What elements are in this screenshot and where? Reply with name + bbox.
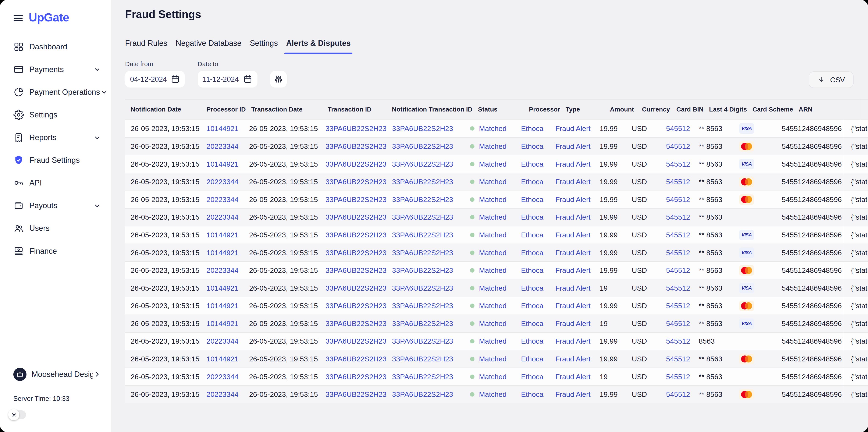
transaction_id-link[interactable]: 33PA6UB22S2H23 [326,337,386,345]
processor-link[interactable]: Ethoca [521,266,544,275]
status-link[interactable]: Matched [479,355,506,363]
tab-alerts-disputes[interactable]: Alerts & Disputes [286,39,351,54]
notification_transaction_id-link[interactable]: 33PA6UB22S2H23 [392,142,453,151]
transaction_id-link[interactable]: 33PA6UB22S2H23 [326,284,386,292]
theme-toggle[interactable] [9,410,26,419]
processor_id-link[interactable]: 20223344 [207,195,239,204]
transaction_id-link[interactable]: 33PA6UB22S2H23 [326,124,386,133]
status-link[interactable]: Matched [479,195,506,204]
transaction_id-link[interactable]: 33PA6UB22S2H23 [326,142,386,151]
type-link[interactable]: Fraud Alert [555,142,591,151]
transaction_id-link[interactable]: 33PA6UB22S2H23 [326,249,386,257]
processor-link[interactable]: Ethoca [521,160,544,168]
transaction_id-link[interactable]: 33PA6UB22S2H23 [326,266,386,275]
card_bin-link[interactable]: 545512 [666,231,690,239]
notification_transaction_id-link[interactable]: 33PA6UB22S2H23 [392,249,453,257]
processor-link[interactable]: Ethoca [521,284,544,292]
status-link[interactable]: Matched [479,124,506,133]
transaction_id-link[interactable]: 33PA6UB22S2H23 [326,195,386,204]
type-link[interactable]: Fraud Alert [555,337,591,345]
card_bin-link[interactable]: 545512 [666,390,690,399]
processor_id-link[interactable]: 20223344 [207,178,239,186]
status-link[interactable]: Matched [479,266,506,275]
card_bin-link[interactable]: 545512 [666,249,690,257]
notification_transaction_id-link[interactable]: 33PA6UB22S2H23 [392,124,453,133]
processor-link[interactable]: Ethoca [521,302,544,310]
type-link[interactable]: Fraud Alert [555,124,591,133]
processor_id-link[interactable]: 10144921 [207,249,239,257]
type-link[interactable]: Fraud Alert [555,284,591,292]
transaction_id-link[interactable]: 33PA6UB22S2H23 [326,302,386,310]
transaction_id-link[interactable]: 33PA6UB22S2H23 [326,231,386,239]
processor_id-link[interactable]: 10144921 [207,160,239,168]
transaction_id-link[interactable]: 33PA6UB22S2H23 [326,319,386,328]
processor-link[interactable]: Ethoca [521,213,544,221]
status-link[interactable]: Matched [479,213,506,221]
processor-link[interactable]: Ethoca [521,355,544,363]
notification_transaction_id-link[interactable]: 33PA6UB22S2H23 [392,373,453,381]
processor_id-link[interactable]: 20223344 [207,142,239,151]
transaction_id-link[interactable]: 33PA6UB22S2H23 [326,178,386,186]
status-link[interactable]: Matched [479,160,506,168]
status-link[interactable]: Matched [479,390,506,399]
processor_id-link[interactable]: 10144921 [207,284,239,292]
type-link[interactable]: Fraud Alert [555,231,591,239]
notification_transaction_id-link[interactable]: 33PA6UB22S2H23 [392,231,453,239]
transaction_id-link[interactable]: 33PA6UB22S2H23 [326,213,386,221]
card_bin-link[interactable]: 545512 [666,266,690,275]
sidebar-item-finance[interactable]: Finance [0,240,111,263]
card_bin-link[interactable]: 545512 [666,373,690,381]
type-link[interactable]: Fraud Alert [555,355,591,363]
processor_id-link[interactable]: 10144921 [207,319,239,328]
type-link[interactable]: Fraud Alert [555,390,591,399]
processor-link[interactable]: Ethoca [521,337,544,345]
processor_id-link[interactable]: 10144921 [207,302,239,310]
type-link[interactable]: Fraud Alert [555,160,591,168]
processor-link[interactable]: Ethoca [521,195,544,204]
status-link[interactable]: Matched [479,284,506,292]
card_bin-link[interactable]: 545512 [666,319,690,328]
type-link[interactable]: Fraud Alert [555,178,591,186]
notification_transaction_id-link[interactable]: 33PA6UB22S2H23 [392,160,453,168]
sidebar-item-fraud-settings[interactable]: Fraud Settings [0,149,111,172]
processor_id-link[interactable]: 10144921 [207,231,239,239]
type-link[interactable]: Fraud Alert [555,319,591,328]
transaction_id-link[interactable]: 33PA6UB22S2H23 [326,355,386,363]
card_bin-link[interactable]: 545512 [666,284,690,292]
export-csv-button[interactable]: CSV [809,71,854,88]
type-link[interactable]: Fraud Alert [555,195,591,204]
processor_id-link[interactable]: 20223344 [207,337,239,345]
processor-link[interactable]: Ethoca [521,124,544,133]
sidebar-item-payouts[interactable]: Payouts [0,194,111,217]
sidebar-item-dashboard[interactable]: Dashboard [0,35,111,58]
type-link[interactable]: Fraud Alert [555,302,591,310]
notification_transaction_id-link[interactable]: 33PA6UB22S2H23 [392,337,453,345]
date-from-input[interactable] [130,75,170,83]
sidebar-item-payment-operations[interactable]: Payment Operations [0,81,111,103]
card_bin-link[interactable]: 545512 [666,213,690,221]
processor_id-link[interactable]: 10144921 [207,124,239,133]
date-to-input[interactable] [203,75,242,83]
processor-link[interactable]: Ethoca [521,178,544,186]
notification_transaction_id-link[interactable]: 33PA6UB22S2H23 [392,390,453,399]
transaction_id-link[interactable]: 33PA6UB22S2H23 [326,390,386,399]
processor_id-link[interactable]: 20223344 [207,266,239,275]
status-link[interactable]: Matched [479,142,506,151]
sidebar-item-api[interactable]: API [0,172,111,194]
sidebar-item-settings[interactable]: Settings [0,103,111,126]
status-link[interactable]: Matched [479,178,506,186]
notification_transaction_id-link[interactable]: 33PA6UB22S2H23 [392,355,453,363]
processor-link[interactable]: Ethoca [521,390,544,399]
type-link[interactable]: Fraud Alert [555,266,591,275]
notification_transaction_id-link[interactable]: 33PA6UB22S2H23 [392,319,453,328]
processor-link[interactable]: Ethoca [521,373,544,381]
processor_id-link[interactable]: 20223344 [207,390,239,399]
processor-link[interactable]: Ethoca [521,231,544,239]
sidebar-item-payments[interactable]: Payments [0,58,111,81]
status-link[interactable]: Matched [479,249,506,257]
card_bin-link[interactable]: 545512 [666,142,690,151]
account-switcher[interactable]: Moosehead Desig... [13,368,101,381]
type-link[interactable]: Fraud Alert [555,373,591,381]
card_bin-link[interactable]: 545512 [666,160,690,168]
hamburger-menu-button[interactable] [12,12,24,24]
